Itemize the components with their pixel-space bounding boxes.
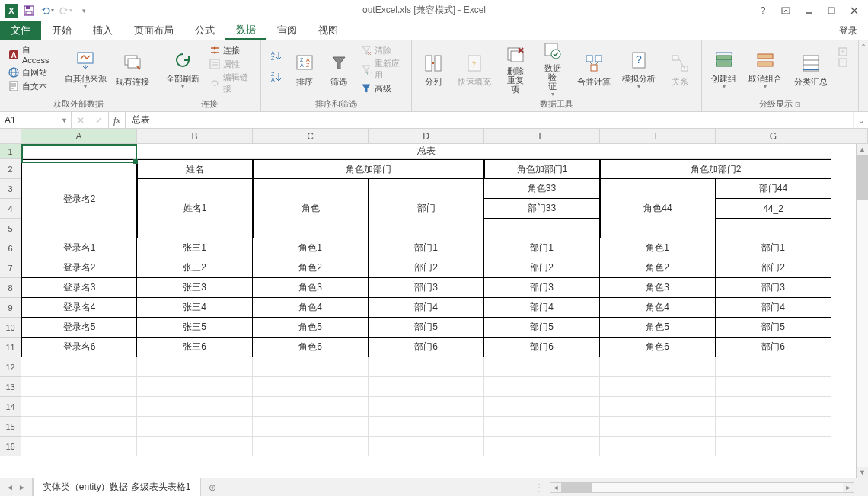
cell-F9[interactable]: 角色4 bbox=[600, 298, 716, 318]
namebox-dropdown-icon[interactable]: ▼ bbox=[61, 117, 68, 124]
cell-E12[interactable] bbox=[484, 357, 600, 377]
cell-B11[interactable]: 张三6 bbox=[137, 338, 253, 357]
advanced-filter-button[interactable]: 高级 bbox=[357, 82, 407, 95]
cell-E5[interactable] bbox=[484, 219, 600, 238]
scroll-down-arrow[interactable]: ▼ bbox=[857, 467, 868, 478]
row-header-9[interactable]: 9 bbox=[0, 298, 21, 318]
tab-data[interactable]: 数据 bbox=[225, 21, 266, 40]
row-header-5[interactable]: 5 bbox=[0, 219, 21, 238]
cell-B8[interactable]: 张三3 bbox=[137, 278, 253, 298]
horizontal-scrollbar[interactable]: ◄ ► bbox=[550, 482, 854, 493]
edit-links-button[interactable]: 编辑链接 bbox=[206, 71, 256, 95]
cell-G12[interactable] bbox=[716, 357, 831, 377]
cell-E11[interactable]: 部门6 bbox=[484, 338, 600, 357]
cell-C11[interactable]: 角色6 bbox=[253, 338, 369, 357]
subtotal-button[interactable]: 分类汇总 bbox=[790, 43, 832, 94]
cell-B10[interactable]: 张三5 bbox=[137, 318, 253, 338]
cell-B2[interactable]: 姓名 bbox=[137, 159, 253, 179]
reapply-button[interactable]: 重新应用 bbox=[357, 57, 407, 82]
cell-G8[interactable]: 部门3 bbox=[716, 278, 831, 298]
sort-asc-button[interactable]: AZ bbox=[266, 48, 286, 63]
cell-B15[interactable] bbox=[137, 417, 253, 437]
cell-G16[interactable] bbox=[716, 437, 831, 456]
tab-review[interactable]: 审阅 bbox=[266, 21, 308, 40]
scroll-v-thumb[interactable] bbox=[857, 155, 868, 200]
cell-A10[interactable]: 登录名5 bbox=[21, 318, 137, 338]
row-header-13[interactable]: 13 bbox=[0, 377, 21, 397]
cell-G15[interactable] bbox=[716, 417, 831, 437]
row-header-7[interactable]: 7 bbox=[0, 258, 21, 278]
cell-C2[interactable]: 角色加部门 bbox=[253, 159, 484, 179]
undo-icon[interactable]: ▾ bbox=[40, 3, 55, 18]
cell-D10[interactable]: 部门5 bbox=[369, 318, 484, 338]
scroll-up-arrow[interactable]: ▲ bbox=[857, 144, 868, 155]
cell-F11[interactable]: 角色6 bbox=[600, 338, 716, 357]
consolidate-button[interactable]: 合并计算 bbox=[573, 43, 615, 94]
tab-file[interactable]: 文件 bbox=[0, 21, 41, 40]
cell-E15[interactable] bbox=[484, 417, 600, 437]
cell-E8[interactable]: 部门3 bbox=[484, 278, 600, 298]
cell-A1[interactable]: 总表 bbox=[21, 144, 831, 159]
col-header-D[interactable]: D bbox=[369, 129, 484, 144]
cell-D11[interactable]: 部门6 bbox=[369, 338, 484, 357]
cell-E13[interactable] bbox=[484, 377, 600, 397]
cell-C10[interactable]: 角色5 bbox=[253, 318, 369, 338]
name-box[interactable]: A1▼ bbox=[0, 112, 72, 128]
text-to-columns-button[interactable]: 分列 bbox=[416, 43, 450, 94]
sort-desc-button[interactable]: ZA bbox=[266, 69, 286, 85]
cell-C12[interactable] bbox=[253, 357, 369, 377]
vertical-scrollbar[interactable]: ▲ ▼ bbox=[856, 144, 868, 478]
excel-app-icon[interactable]: X bbox=[5, 4, 18, 18]
row-header-1[interactable]: 1 bbox=[0, 144, 21, 159]
col-header-G[interactable]: G bbox=[716, 129, 831, 144]
cell-D14[interactable] bbox=[369, 397, 484, 417]
row-header-12[interactable]: 12 bbox=[0, 357, 21, 377]
cell-C14[interactable] bbox=[253, 397, 369, 417]
cell-C13[interactable] bbox=[253, 377, 369, 397]
maximize-button[interactable] bbox=[821, 3, 842, 18]
cell-D7[interactable]: 部门2 bbox=[369, 258, 484, 278]
close-button[interactable] bbox=[844, 3, 865, 18]
cell-F15[interactable] bbox=[600, 417, 716, 437]
cell-B7[interactable]: 张三2 bbox=[137, 258, 253, 278]
cell-F16[interactable] bbox=[600, 437, 716, 456]
cell-A16[interactable] bbox=[21, 437, 137, 456]
row-header-6[interactable]: 6 bbox=[0, 238, 21, 258]
properties-button[interactable]: 属性 bbox=[206, 57, 256, 71]
col-header-A[interactable]: A bbox=[21, 129, 137, 144]
cell-D13[interactable] bbox=[369, 377, 484, 397]
cell-B13[interactable] bbox=[137, 377, 253, 397]
from-other-sources-button[interactable]: 自其他来源 ▾ bbox=[62, 43, 110, 94]
flash-fill-button[interactable]: 快速填充 bbox=[453, 43, 496, 94]
cell-A15[interactable] bbox=[21, 417, 137, 437]
tab-insert[interactable]: 插入 bbox=[82, 21, 123, 40]
from-text-button[interactable]: 自文本 bbox=[5, 79, 59, 93]
redo-icon[interactable]: ▾ bbox=[58, 3, 73, 18]
formula-input[interactable]: 总表 bbox=[126, 112, 853, 128]
cell-D12[interactable] bbox=[369, 357, 484, 377]
cell-B14[interactable] bbox=[137, 397, 253, 417]
cell-F6[interactable]: 角色1 bbox=[600, 238, 716, 258]
row-header-10[interactable]: 10 bbox=[0, 318, 21, 338]
cell-C9[interactable]: 角色4 bbox=[253, 298, 369, 318]
relationships-button[interactable]: 关系 bbox=[663, 43, 697, 94]
tab-page-layout[interactable]: 页面布局 bbox=[123, 21, 184, 40]
minimize-button[interactable] bbox=[798, 3, 819, 18]
scroll-h-thumb[interactable] bbox=[561, 483, 592, 492]
cell-D16[interactable] bbox=[369, 437, 484, 456]
cell-G5[interactable] bbox=[716, 219, 831, 238]
cell-G7[interactable]: 部门2 bbox=[716, 258, 831, 278]
cell-A7[interactable]: 登录名2 bbox=[21, 258, 137, 278]
cell-A11[interactable]: 登录名6 bbox=[21, 338, 137, 357]
cell-C7[interactable]: 角色2 bbox=[253, 258, 369, 278]
cell-E16[interactable] bbox=[484, 437, 600, 456]
row-header-16[interactable]: 16 bbox=[0, 437, 21, 456]
cell-C8[interactable]: 角色3 bbox=[253, 278, 369, 298]
cell-F8[interactable]: 角色3 bbox=[600, 278, 716, 298]
filter-button[interactable]: 筛选 bbox=[323, 43, 354, 94]
scroll-left-arrow[interactable]: ◄ bbox=[550, 483, 561, 492]
cell-A9[interactable]: 登录名4 bbox=[21, 298, 137, 318]
col-header-C[interactable]: C bbox=[253, 129, 369, 144]
cell-G10[interactable]: 部门5 bbox=[716, 318, 831, 338]
cell-G13[interactable] bbox=[716, 377, 831, 397]
